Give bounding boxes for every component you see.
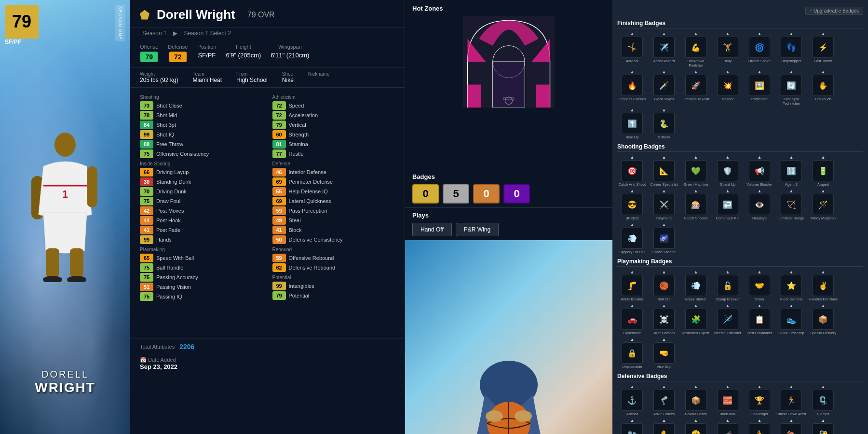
list-item[interactable]: ▲ 🖼️ Posterizer <box>745 69 774 106</box>
list-item[interactable]: ▲ 🦘 Pogo Stick <box>776 418 806 434</box>
list-item[interactable]: ▲ 🤜 Vice Grip <box>649 337 679 369</box>
list-item[interactable]: ▲ 💨 Break Starter <box>681 270 711 301</box>
badge-icon: 🔒 <box>622 342 643 364</box>
potential-section-title: Potential <box>272 275 395 280</box>
list-item[interactable]: ▲ ↩️ Comeback Kid <box>713 189 743 220</box>
badge-name-label: Limitless Range <box>778 216 804 220</box>
badge-icon: 👟 <box>781 309 802 330</box>
upgrade-arrow-icon: ▲ <box>726 384 730 389</box>
list-item[interactable]: ▲ 🤸 Acrobat <box>617 31 647 68</box>
upgrade-arrow-icon: ▲ <box>630 418 635 423</box>
list-item[interactable]: ▲ 📢 Volume Shooter <box>745 155 774 187</box>
list-item[interactable]: ▲ ⭐ Floor General <box>776 270 806 301</box>
list-item[interactable]: ▲ 🤝 Dimer <box>745 270 774 301</box>
list-item[interactable]: ▲ ✌️ Handles For Days <box>808 270 838 301</box>
list-item[interactable]: ▲ 🔄 Post Spin Technician <box>776 69 806 106</box>
list-item[interactable]: ▲ 🪡 Needle Threader <box>713 303 743 335</box>
breadcrumb-separator: ▶ <box>173 30 177 37</box>
list-item[interactable]: ▲ ☠️ Killer Combos <box>649 303 679 335</box>
list-item[interactable]: ▲ ⚡ Fast Twitch <box>808 31 838 68</box>
upgrade-arrow-icon: ▲ <box>726 270 730 274</box>
list-item[interactable]: ▲ 🚗 Hyperdrive <box>617 303 647 335</box>
list-item[interactable]: ▲ 🗡️ Giant Slayer <box>649 69 679 106</box>
list-item[interactable]: ▲ 🏆 Challenger <box>745 384 774 416</box>
list-item[interactable]: ▲ 🦵 Ankle Breaker <box>617 270 647 301</box>
list-item[interactable]: ▲ 🔋 Amped <box>808 155 838 187</box>
list-item[interactable]: ▲ 🦿 Ankle Braces <box>649 384 679 416</box>
list-item[interactable]: ▲ 🎰 Clutch Shooter <box>681 189 711 220</box>
stat-name: Post Hook <box>156 217 181 223</box>
list-item[interactable]: ▲ 👟 Quick First Step <box>776 303 806 335</box>
stat-name: Offensive Consistency <box>156 151 209 157</box>
list-item[interactable]: ▲ ✋ Pro Touch <box>808 69 838 106</box>
date-added-row: 📅 Date Added Sep 23, 2022 <box>130 354 405 373</box>
list-item[interactable]: ▲ 🛡️ Guard Up <box>713 155 743 187</box>
upgrade-arrow-icon: ▲ <box>789 155 794 160</box>
list-item[interactable]: ▲ 🎯 Catch And Shoot <box>617 155 647 187</box>
stat-value: 72 <box>272 101 286 110</box>
list-item[interactable]: ▲ 💥 Masher <box>713 69 743 106</box>
wingspan-label: Wingspan <box>278 44 302 50</box>
list-item[interactable]: ▲ ✋ Interceptor <box>649 418 679 434</box>
list-item[interactable]: ▲ 🗜️ Clamps <box>808 384 838 416</box>
badges-panel: ↑ Upgradeable Badges Finishing Badges ▲ … <box>612 0 868 434</box>
pr-wing-button[interactable]: P&R Wing <box>456 223 499 236</box>
calendar-icon: 📅 <box>140 357 148 363</box>
list-item[interactable]: ▲ 🔒 Unpluckable <box>617 337 647 369</box>
list-item[interactable]: ▲ 💪 Backdown Punisher <box>681 31 711 68</box>
stat-name: Driving Layup <box>156 169 189 175</box>
player-details: Weight 205 lbs (92 kg) Team Miami Heat F… <box>130 68 405 88</box>
list-item[interactable]: ▲ 🌀 Dream Shake <box>745 31 774 68</box>
list-item[interactable]: ▲ 📦 Boxout Beast <box>681 384 711 416</box>
list-item[interactable]: ▲ ✈️ Aerial Wizard <box>649 31 679 68</box>
list-item[interactable]: ▲ 🐍 Slithery <box>649 108 679 139</box>
stat-row: 78 Shot Mid <box>140 111 263 120</box>
hand-off-button[interactable]: Hand Off <box>412 223 452 236</box>
stat-name: Passing Accuracy <box>156 274 198 280</box>
list-item[interactable]: ▲ 🏃 Chase Down Artist <box>776 384 806 416</box>
list-item[interactable]: ▲ 🧱 Brick Wall <box>713 384 743 416</box>
list-item[interactable]: ▲ 👣 Dropstepper <box>776 31 806 68</box>
list-item[interactable]: ▲ 🏹 Limitless Range <box>776 189 806 220</box>
stat-value: 79 <box>272 291 286 300</box>
upgrade-arrow-icon: ▲ <box>789 31 794 36</box>
list-item[interactable]: ▲ ⬆️ Rise Up <box>617 108 647 139</box>
list-item[interactable]: ▲ 🏃 Pick Dodger <box>745 418 774 434</box>
list-item[interactable]: ▲ 👁️ Deadeye <box>745 189 774 220</box>
upgradeable-badges-button[interactable]: ↑ Upgradeable Badges <box>805 7 863 15</box>
stat-value: 55 <box>272 187 286 196</box>
list-item[interactable]: ▲ 💚 Green Machine <box>681 155 711 187</box>
list-item[interactable]: ▲ 🪄 Middy Magician <box>808 189 838 220</box>
list-item[interactable]: ▲ 🏀 Ball Out <box>649 270 679 301</box>
player-silhouette: 1 <box>17 128 113 282</box>
list-item[interactable]: ▲ 💨 Slippery Off Ball <box>617 222 647 254</box>
breadcrumb-season1[interactable]: Season 1 <box>142 30 167 37</box>
list-item[interactable]: ▲ 📋 Post Playmaker <box>745 303 774 335</box>
list-item[interactable]: ▲ 😤 Menace <box>681 418 711 434</box>
list-item[interactable]: ▲ 🚀 Limitless Takeoff <box>681 69 711 106</box>
list-item[interactable]: ▲ 🔢 Agent 3 <box>776 155 806 187</box>
list-item[interactable]: ▲ 🧩 Mismatch Expert <box>681 303 711 335</box>
list-item[interactable]: ▲ 🔐 Post Lockdown <box>808 418 838 434</box>
list-item[interactable]: ▲ ⚔️ Claymore <box>649 189 679 220</box>
stat-row: 42 Post Moves <box>140 206 263 215</box>
stat-row: 44 Post Hook <box>140 216 263 225</box>
list-item[interactable]: ▲ 😎 Blinders <box>617 189 647 220</box>
upgrade-arrow-icon: ▲ <box>821 384 826 389</box>
list-item[interactable]: ▲ 📦 Special Delivery <box>808 303 838 335</box>
list-item[interactable]: ▲ ⚓ Anchor <box>617 384 647 416</box>
list-item[interactable]: ▲ 🦟 Off Ball Pest <box>713 418 743 434</box>
list-item[interactable]: ▲ 📐 Corner Specialist <box>649 155 679 187</box>
list-item[interactable]: ▲ 🔥 Fearless Finisher <box>617 69 647 106</box>
silver-badge-count: 5 <box>443 184 469 203</box>
list-item[interactable]: ▲ 🔓 Clamp Breaker <box>713 270 743 301</box>
list-item[interactable]: ▲ 🏋️ Bully <box>713 31 743 68</box>
stat-name: Block <box>289 227 302 233</box>
from-value: High School <box>236 77 268 83</box>
list-item[interactable]: ▲ 🌌 Space Creator <box>649 222 679 254</box>
list-item[interactable]: ▲ 🧤 Glove <box>617 418 647 434</box>
defense-section-title: Defense <box>272 161 395 166</box>
breadcrumb-season1select2[interactable]: Season 1 Select 2 <box>184 30 231 37</box>
defensive-badges-category: Defensive Badges ▲ ⚓ Anchor ▲ 🦿 Ankle Br… <box>617 373 863 434</box>
svg-point-0 <box>54 133 76 157</box>
